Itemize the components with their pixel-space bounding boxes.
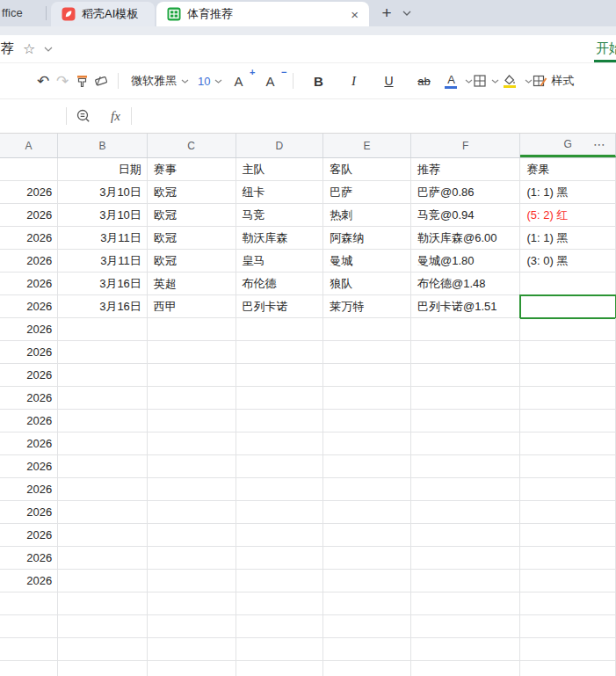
cell[interactable] [148, 455, 236, 478]
zoom-search-icon[interactable] [76, 108, 91, 124]
cell[interactable] [411, 524, 520, 547]
cell[interactable]: 欧冠 [148, 250, 236, 273]
cell[interactable] [520, 615, 616, 638]
cell[interactable] [323, 524, 411, 547]
cell[interactable] [411, 455, 520, 478]
cell[interactable] [236, 410, 324, 432]
cell[interactable]: 欧冠 [148, 204, 236, 227]
font-family-select[interactable]: 微软雅黑 [126, 69, 189, 92]
cell[interactable] [411, 501, 520, 524]
column-header-E[interactable]: E [323, 134, 411, 157]
cell[interactable]: 日期 [58, 158, 148, 181]
cell[interactable]: 2026 [0, 410, 58, 432]
cell[interactable] [58, 410, 148, 432]
cell[interactable] [148, 432, 236, 455]
cell[interactable] [236, 592, 324, 615]
tab-doc-active[interactable]: 体育推荐 × [156, 2, 369, 26]
cell[interactable]: 马竞@0.94 [411, 204, 520, 227]
cell[interactable] [148, 592, 236, 615]
cell[interactable]: 勒沃库森 [236, 227, 324, 250]
cell[interactable] [58, 387, 148, 410]
cell[interactable]: 曼城 [323, 250, 411, 273]
fill-color-chevron-icon[interactable] [525, 79, 533, 84]
cell[interactable]: 2026 [0, 570, 58, 592]
cell[interactable]: 2026 [0, 547, 58, 570]
tab-office-partial[interactable]: ffice [2, 6, 23, 19]
cell[interactable] [411, 364, 520, 387]
cell[interactable] [0, 661, 58, 676]
cell[interactable] [148, 524, 236, 547]
cell[interactable]: 赛事 [148, 158, 236, 181]
cell[interactable] [236, 547, 324, 570]
increase-font-button[interactable]: A + [228, 69, 248, 92]
cell[interactable] [520, 387, 616, 410]
cell[interactable] [58, 570, 148, 592]
cell[interactable] [236, 478, 324, 501]
cell[interactable] [0, 615, 58, 638]
cell[interactable] [58, 615, 148, 638]
cell[interactable]: 欧冠 [148, 181, 236, 204]
cell[interactable] [323, 410, 411, 432]
cell[interactable] [520, 341, 616, 364]
cell[interactable] [148, 341, 236, 364]
cell[interactable]: 欧冠 [148, 227, 236, 250]
cell[interactable]: 赛果 [520, 158, 616, 181]
cell[interactable] [411, 410, 520, 432]
cell-styles-button[interactable]: 样式 [533, 69, 574, 92]
cell[interactable] [520, 410, 616, 432]
cell[interactable] [236, 615, 324, 638]
cell[interactable] [236, 387, 324, 410]
more-columns-icon[interactable]: ⋯ [593, 137, 606, 151]
cell[interactable] [520, 478, 616, 501]
cell[interactable] [0, 158, 58, 181]
cell[interactable]: (1: 1) 黑 [520, 181, 616, 204]
cell[interactable] [411, 661, 520, 676]
cell[interactable] [58, 592, 148, 615]
cell[interactable] [323, 432, 411, 455]
close-tab-icon[interactable]: × [351, 8, 359, 21]
cell[interactable] [411, 387, 520, 410]
cell[interactable] [58, 501, 148, 524]
cell[interactable] [148, 364, 236, 387]
cell[interactable] [58, 638, 148, 661]
cell[interactable] [411, 318, 520, 341]
cell[interactable] [520, 432, 616, 455]
cell[interactable]: 莱万特 [323, 295, 411, 318]
cell[interactable]: 客队 [323, 158, 411, 181]
cell[interactable] [323, 615, 411, 638]
cell[interactable] [58, 318, 148, 341]
title-menu-chevron-icon[interactable] [44, 47, 53, 52]
cell[interactable]: (5: 2) 红 [520, 204, 616, 227]
cell[interactable]: 2026 [0, 227, 58, 250]
cell[interactable] [411, 478, 520, 501]
cell[interactable] [58, 341, 148, 364]
column-header-A[interactable]: A [0, 134, 58, 157]
cell[interactable] [520, 592, 616, 615]
cell[interactable] [411, 638, 520, 661]
column-header-B[interactable]: B [58, 134, 148, 157]
cell[interactable] [411, 341, 520, 364]
font-color-button[interactable]: A [441, 69, 473, 92]
column-header-F[interactable]: F [411, 134, 520, 157]
cell[interactable]: 2026 [0, 204, 58, 227]
cell[interactable] [520, 364, 616, 387]
cell[interactable]: 2026 [0, 364, 58, 387]
tab-template-store[interactable]: 稻壳AI模板 [51, 2, 155, 26]
cell[interactable]: 3月11日 [58, 250, 148, 273]
cell[interactable] [323, 455, 411, 478]
cell[interactable]: 2026 [0, 432, 58, 455]
cell[interactable] [520, 547, 616, 570]
cell[interactable] [236, 364, 324, 387]
cell[interactable] [520, 273, 616, 295]
cell[interactable]: 英超 [148, 273, 236, 295]
cell[interactable]: 2026 [0, 181, 58, 204]
borders-chevron-icon[interactable] [491, 79, 499, 84]
cell[interactable]: 阿森纳 [323, 227, 411, 250]
format-painter-button[interactable] [72, 69, 91, 92]
cell[interactable] [323, 501, 411, 524]
cell[interactable] [58, 524, 148, 547]
cell[interactable] [323, 570, 411, 592]
cell[interactable] [411, 592, 520, 615]
cell[interactable] [236, 341, 324, 364]
cell[interactable]: 2026 [0, 387, 58, 410]
